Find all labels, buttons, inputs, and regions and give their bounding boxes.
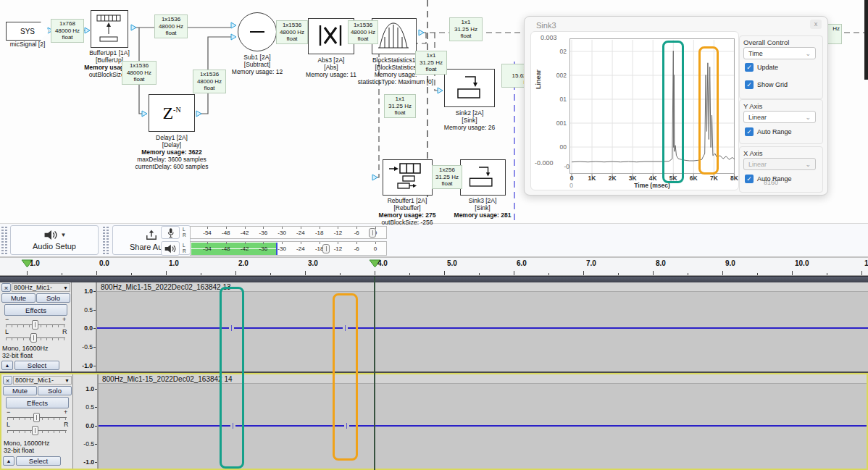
sink3-block-caption: Sink3 [2A] [Sink] Memory usage: 281: [439, 197, 526, 219]
meter-scale-label: -18: [315, 230, 324, 236]
audio-track-2-selected: × 800Hz_Mic1-▼ Mute Solo Effects − + L R…: [0, 373, 868, 470]
signal-label: 1x153648000 Hzfloat: [276, 20, 308, 44]
y-scale-dropdown[interactable]: Linear⌄: [743, 111, 816, 123]
gain-slider-thumb[interactable]: [33, 413, 40, 422]
select-button[interactable]: Select: [14, 361, 59, 370]
chevron-down-icon: ⌄: [805, 112, 811, 123]
toolbar-grip[interactable]: [5, 227, 7, 254]
orange-highlight-tracks: [333, 293, 358, 461]
meter-scale-label: -24: [296, 230, 305, 236]
close-track-icon[interactable]: ×: [3, 376, 12, 385]
gain-minus-label: −: [7, 408, 10, 416]
collapse-track-icon[interactable]: ▲: [3, 456, 14, 466]
scale-label: 0.5: [85, 403, 94, 411]
ruler-minor-tick: [479, 273, 480, 275]
track-name-button[interactable]: 800Hz_Mic1-▼: [13, 376, 72, 385]
y-auto-range-checkbox[interactable]: ✓Auto Range: [745, 127, 792, 136]
meter-scale-label: -6: [354, 246, 359, 252]
recording-level-slider[interactable]: [369, 228, 376, 238]
ruler-minor-tick: [409, 273, 410, 275]
effects-button[interactable]: Effects: [6, 397, 69, 408]
clip-title[interactable]: 800Hz_Mic1-15_2022Dec02_163842 14: [99, 374, 867, 384]
mute-button[interactable]: Mute: [1, 293, 36, 303]
speaker-icon: [43, 230, 59, 240]
playback-meter[interactable]: -54-48-42-36-30-24-18-12-60: [190, 241, 387, 256]
track-canvas[interactable]: 800Hz_Mic1-15_2022Dec02_163842 13: [96, 282, 868, 372]
ruler-tick-label: 8.0: [656, 259, 666, 267]
record-meter-button[interactable]: [161, 226, 180, 239]
pan-slider-thumb[interactable]: [32, 426, 38, 435]
solo-button[interactable]: Solo: [38, 386, 72, 395]
sink2-block[interactable]: [444, 69, 495, 107]
meter-scale-tick: [356, 242, 357, 244]
playback-volume-slider[interactable]: [322, 244, 330, 253]
effects-button[interactable]: Effects: [4, 304, 67, 316]
scrub-bar[interactable]: [0, 276, 868, 282]
share-upload-icon: [145, 230, 158, 241]
meter-scale-tick: [245, 242, 246, 244]
timeline-ruler[interactable]: 1.00.01.02.03.04.05.06.07.08.09.010.011: [0, 258, 868, 276]
ruler-tick-label: 7.0: [586, 259, 596, 267]
y-axis-title: Linear: [535, 70, 542, 89]
mute-button[interactable]: Mute: [3, 386, 37, 395]
scale-label: 0.0: [85, 422, 94, 429]
toolbar-grip[interactable]: [1, 227, 4, 254]
teal-highlight-tracks: [220, 287, 244, 469]
checkbox-checked-icon: ✓: [745, 127, 754, 136]
meter-scale-tick: [375, 242, 376, 244]
play-meter-channels: LR: [183, 243, 186, 254]
scale-tick: [95, 426, 97, 427]
delay1-block[interactable]: Z-N: [149, 94, 195, 132]
bufferup-icon: [91, 11, 126, 46]
chevron-down-icon: ⌄: [805, 159, 811, 170]
update-checkbox[interactable]: ✓Update: [745, 63, 778, 72]
toolbar-grip[interactable]: [107, 227, 109, 254]
ruler-minor-tick: [340, 273, 341, 275]
track-canvas[interactable]: 800Hz_Mic1-15_2022Dec02_163842 14: [98, 374, 867, 469]
select-button[interactable]: Select: [16, 456, 61, 466]
show-grid-checkbox[interactable]: ✓Show Grid: [745, 80, 788, 89]
clip-title[interactable]: 800Hz_Mic1-15_2022Dec02_163842 13: [97, 282, 868, 292]
close-track-icon[interactable]: ×: [1, 283, 11, 292]
x-tick-label: 6K: [690, 175, 698, 182]
rebuffer1-block[interactable]: [383, 159, 433, 196]
x-scale-dropdown-disabled: Linear⌄: [743, 158, 816, 170]
ruler-minor-tick: [618, 273, 619, 275]
time-dropdown[interactable]: Time⌄: [743, 47, 816, 59]
ruler-tick: [792, 271, 793, 275]
ruler-tick: [722, 271, 723, 275]
vertical-scale-ruler[interactable]: 1.00.50.0-0.5-1.0: [72, 282, 96, 372]
delay1-caption: Delay1 [2A] [Delay] Memory usage: 3622 m…: [121, 134, 222, 170]
ruler-tick-label: 6.0: [517, 259, 527, 267]
gain-plus-label: +: [64, 408, 67, 416]
ruler-tick: [235, 271, 236, 275]
x-tick-label: 4K: [649, 175, 657, 182]
track-name-button[interactable]: 800Hz_Mic1-▼: [12, 283, 70, 292]
solo-button[interactable]: Solo: [36, 293, 70, 303]
meter-scale-tick: [263, 242, 264, 244]
scale-label: 1.0: [84, 288, 93, 295]
signal-label: 1x76848000 Hzfloat: [51, 19, 84, 43]
x-auto-range-checkbox[interactable]: ✓Auto Range: [745, 175, 792, 183]
toolbar-grip[interactable]: [103, 227, 105, 254]
vertical-scale-ruler[interactable]: 1.00.50.0-0.5-1.0: [73, 374, 98, 469]
ruler-tick: [375, 271, 375, 275]
blockstatistics1-block[interactable]: [372, 18, 417, 54]
pan-slider-thumb[interactable]: [30, 333, 37, 343]
ruler-tick-label: 11: [864, 259, 868, 267]
delay-glyph: Z-N: [162, 104, 180, 123]
gain-slider-thumb[interactable]: [32, 320, 38, 330]
collapse-track-icon[interactable]: ▲: [1, 361, 13, 370]
meter-scale-label: -54: [203, 246, 212, 252]
close-icon[interactable]: x: [810, 20, 822, 29]
audio-setup-button[interactable]: ▼ Audio Setup: [10, 225, 99, 255]
sys-source-block[interactable]: SYS: [6, 22, 49, 41]
sink3-block[interactable]: [460, 159, 506, 196]
play-meter-button[interactable]: [161, 241, 180, 256]
recording-meter[interactable]: -54-48-42-36-30-24-18-12-60: [190, 226, 387, 239]
bufferup1-block[interactable]: [91, 10, 128, 48]
sink3-plot-window[interactable]: Sink3 x Linear 0.003 -0.000 01K2K3K4K5K6…: [524, 16, 828, 196]
meter-scale-label: -6: [354, 230, 359, 236]
meter-scale-label: -36: [259, 246, 268, 252]
sub1-block[interactable]: [238, 12, 277, 51]
